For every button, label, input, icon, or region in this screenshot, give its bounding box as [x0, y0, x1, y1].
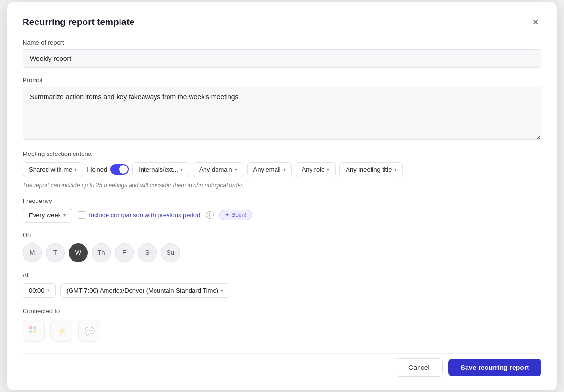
- criteria-label-text: Meeting selection criteria: [23, 150, 92, 157]
- i-joined-label: I joined: [87, 166, 107, 173]
- comparison-label-text: Include comparison with previous period: [89, 212, 200, 219]
- prompt-label: Prompt: [23, 76, 541, 83]
- chevron-down-icon: ▾: [180, 167, 183, 172]
- name-input[interactable]: [23, 49, 541, 68]
- comparison-checkbox-label[interactable]: Include comparison with previous period: [78, 211, 200, 219]
- modal-header: Recurring report template ×: [23, 16, 541, 28]
- time-row: 00:00 ▾ (GMT-7:00) America/Denver (Mount…: [23, 283, 541, 298]
- name-label: Name of report: [23, 39, 541, 46]
- frequency-dropdown[interactable]: Every week ▾: [23, 208, 72, 223]
- day-friday[interactable]: F: [115, 243, 134, 262]
- chevron-down-icon: ▾: [63, 213, 66, 218]
- prompt-textarea[interactable]: Summarize action items and key takeaways…: [23, 87, 541, 140]
- svg-rect-0: [29, 326, 32, 329]
- internals-ext-dropdown[interactable]: Internals/ext... ▾: [132, 162, 189, 177]
- svg-rect-1: [29, 330, 32, 333]
- chevron-down-icon: ▾: [235, 167, 237, 172]
- chevron-down-icon: ▾: [221, 288, 223, 293]
- days-row: M T W Th F S Su: [23, 243, 541, 262]
- prompt-field-group: Prompt Summarize action items and key ta…: [23, 76, 541, 150]
- close-button[interactable]: ×: [529, 16, 541, 28]
- svg-rect-3: [33, 330, 36, 333]
- day-saturday[interactable]: S: [138, 243, 157, 262]
- svg-text:⚡: ⚡: [57, 326, 67, 336]
- any-role-label: Any role: [302, 166, 325, 173]
- toggle-thumb: [119, 165, 128, 174]
- day-wednesday[interactable]: W: [69, 243, 88, 262]
- info-icon[interactable]: i: [206, 211, 214, 219]
- modal-title: Recurring report template: [23, 17, 134, 27]
- timezone-value: (GMT-7:00) America/Denver (Mountain Stan…: [67, 287, 218, 294]
- time-dropdown[interactable]: 00:00 ▾: [23, 283, 56, 298]
- day-monday[interactable]: M: [23, 243, 42, 262]
- comparison-checkbox[interactable]: [78, 211, 85, 219]
- recurring-report-modal: Recurring report template × Name of repo…: [7, 2, 557, 390]
- day-thursday[interactable]: Th: [92, 243, 111, 262]
- name-field-group: Name of report: [23, 39, 541, 76]
- frequency-label: Frequency: [23, 197, 541, 204]
- svg-rect-2: [33, 326, 36, 329]
- cancel-button[interactable]: Cancel: [396, 358, 443, 377]
- criteria-row: Shared with me ▾ I joined Internals/ext.…: [23, 162, 541, 177]
- any-domain-label: Any domain: [199, 166, 232, 173]
- zapier-integration-icon[interactable]: ⚡: [50, 320, 72, 342]
- sparkle-icon: ✦: [225, 212, 229, 218]
- any-email-dropdown[interactable]: Any email ▾: [247, 162, 292, 177]
- at-label: At: [23, 271, 541, 278]
- chevron-down-icon: ▾: [327, 167, 329, 172]
- timezone-dropdown[interactable]: (GMT-7:00) America/Denver (Mountain Stan…: [60, 283, 229, 298]
- shared-with-me-dropdown[interactable]: Shared with me ▾: [23, 162, 83, 177]
- internals-ext-label: Internals/ext...: [139, 166, 178, 173]
- footer-row: Cancel Save recurring report: [23, 353, 541, 377]
- any-domain-dropdown[interactable]: Any domain ▾: [193, 162, 243, 177]
- frequency-value: Every week: [29, 212, 61, 219]
- criteria-hint: The report can include up to 25 meetings…: [23, 182, 541, 189]
- criteria-section-label: Meeting selection criteria: [23, 150, 541, 157]
- frequency-row: Every week ▾ Include comparison with pre…: [23, 208, 541, 223]
- any-meeting-title-dropdown[interactable]: Any meeting title ▾: [339, 162, 403, 177]
- chevron-down-icon: ▾: [74, 167, 77, 172]
- day-tuesday[interactable]: T: [46, 243, 65, 262]
- soon-label: Soon!: [231, 212, 246, 218]
- time-value: 00:00: [29, 287, 45, 294]
- day-sunday[interactable]: Su: [161, 243, 180, 262]
- connected-label: Connected to: [23, 308, 541, 315]
- i-joined-toggle-group: I joined: [87, 164, 129, 175]
- any-role-dropdown[interactable]: Any role ▾: [296, 162, 336, 177]
- teams-integration-icon[interactable]: 💬: [78, 320, 100, 342]
- slack-integration-icon[interactable]: [23, 320, 45, 342]
- i-joined-toggle[interactable]: [110, 164, 129, 175]
- any-meeting-title-label: Any meeting title: [346, 166, 392, 173]
- svg-text:💬: 💬: [84, 326, 95, 336]
- on-label: On: [23, 231, 541, 238]
- shared-with-me-label: Shared with me: [29, 166, 72, 173]
- chevron-down-icon: ▾: [47, 288, 49, 293]
- soon-badge: ✦ Soon!: [219, 210, 252, 220]
- save-recurring-report-button[interactable]: Save recurring report: [448, 359, 541, 376]
- any-email-label: Any email: [253, 166, 281, 173]
- integration-icons-row: ⚡ 💬: [23, 320, 541, 342]
- chevron-down-icon: ▾: [283, 167, 286, 172]
- chevron-down-icon: ▾: [394, 167, 396, 172]
